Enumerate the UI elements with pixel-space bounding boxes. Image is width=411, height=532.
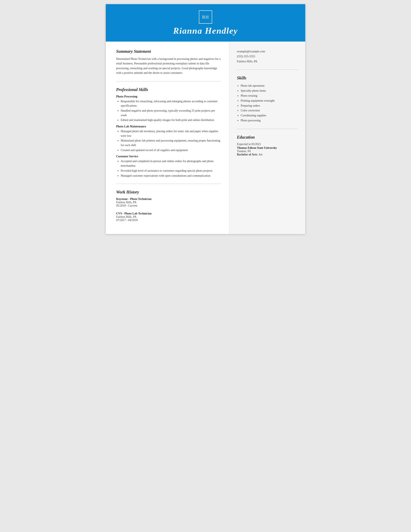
skill-list-photo-processing: Responsible for retouching, refocusing a… [116, 99, 221, 122]
list-item: Printing equipment oversight [241, 98, 298, 103]
education-school: Thomas Edison State University [237, 146, 298, 150]
skill-list-customer-service: Accepted and completed in-person and onl… [116, 159, 221, 178]
skills-title: Skills [237, 76, 298, 80]
list-item: Maintained photo lab printers and proces… [121, 138, 221, 147]
skill-category-lab-maintenance: Photo Lab Maintenance [116, 125, 221, 128]
list-item: Created and updated record of all suppli… [121, 148, 221, 152]
job-dates-cvs: 07/2017 - 04/2018 [116, 218, 221, 222]
summary-title: Summary Statement [116, 49, 221, 54]
left-column: Summary Statement Determined Photo Techn… [106, 42, 229, 234]
contact-phone: (555) 555-5555 [237, 54, 298, 59]
work-entry-keystone: Keystone - Photo Technician Fairless Hil… [116, 197, 221, 207]
job-dates-keystone: 05/2018 - Current [116, 204, 221, 207]
list-item: Responsible for retouching, refocusing a… [121, 99, 221, 108]
monogram-box: RH [199, 10, 212, 24]
education-title: Education [237, 135, 298, 140]
divider-4 [237, 129, 298, 129]
skills-section: Skills Photo lab operations Specialty ph… [237, 76, 298, 123]
skills-list: Photo lab operations Specialty photo ite… [237, 83, 298, 123]
job-title-cvs: CVS - Photo Lab Technician [116, 212, 221, 215]
education-degree: Bachelor of Arts: Art [237, 153, 298, 156]
professional-skills-section: Professional Skills Photo Processing Res… [116, 87, 221, 178]
list-item: Specialty photo items [241, 88, 298, 93]
list-item: Provided high level of assistance to cus… [121, 169, 221, 173]
education-degree-label: Bachelor of Arts [237, 153, 257, 156]
right-column: example@example.com (555) 555-5555 Fairl… [229, 42, 305, 234]
work-entry-cvs: CVS - Photo Lab Technician Fairless Hill… [116, 212, 221, 222]
contact-section: example@example.com (555) 555-5555 Fairl… [237, 49, 298, 64]
skill-category-photo-processing: Photo Processing [116, 95, 221, 98]
list-item: Managed customer expectations with open … [121, 173, 221, 178]
education-section: Education Expected in 05/2021 Thomas Edi… [237, 135, 298, 156]
divider-2 [116, 184, 221, 184]
education-expected: Expected in 05/2021 [237, 142, 298, 146]
list-item: Photo processing [241, 118, 298, 123]
job-title-keystone: Keystone - Photo Technician [116, 197, 221, 201]
education-location: Trenton, NJ [237, 150, 298, 153]
work-history-section: Work History Keystone - Photo Technician… [116, 190, 221, 222]
education-degree-field: Art [259, 153, 263, 156]
list-item: Coordinating supplies [241, 113, 298, 118]
contact-location: Fairless Hills, PA [237, 59, 298, 64]
body-layout: Summary Statement Determined Photo Techn… [106, 42, 305, 234]
list-item: Color correction [241, 108, 298, 113]
list-item: Photo resizing [241, 93, 298, 98]
work-history-title: Work History [116, 190, 221, 195]
skill-list-lab-maintenance: Managed photo lab inventory, placing ord… [116, 129, 221, 152]
summary-section: Summary Statement Determined Photo Techn… [116, 49, 221, 76]
job-location-keystone: Fairless Hills, PA [116, 201, 221, 204]
list-item: Accepted and completed in-person and onl… [121, 159, 221, 168]
skill-category-customer-service: Customer Service [116, 155, 221, 158]
contact-email: example@example.com [237, 49, 298, 54]
divider-3 [237, 70, 298, 70]
candidate-name: Rianna Hendley [110, 26, 301, 36]
list-item: Photo lab operations [241, 83, 298, 88]
professional-skills-title: Professional Skills [116, 87, 221, 92]
list-item: Preparing orders [241, 103, 298, 108]
list-item: Handled negative and photo processing, t… [121, 108, 221, 117]
list-item: Edited and maintained high-quality image… [121, 118, 221, 122]
header-section: RH Rianna Hendley [106, 4, 305, 42]
summary-text: Determined Photo Technician with a backg… [116, 57, 221, 76]
job-location-cvs: Fairless Hills, PA [116, 215, 221, 218]
list-item: Managed photo lab inventory, placing ord… [121, 129, 221, 138]
resume-document: RH Rianna Hendley Summary Statement Dete… [106, 4, 305, 234]
